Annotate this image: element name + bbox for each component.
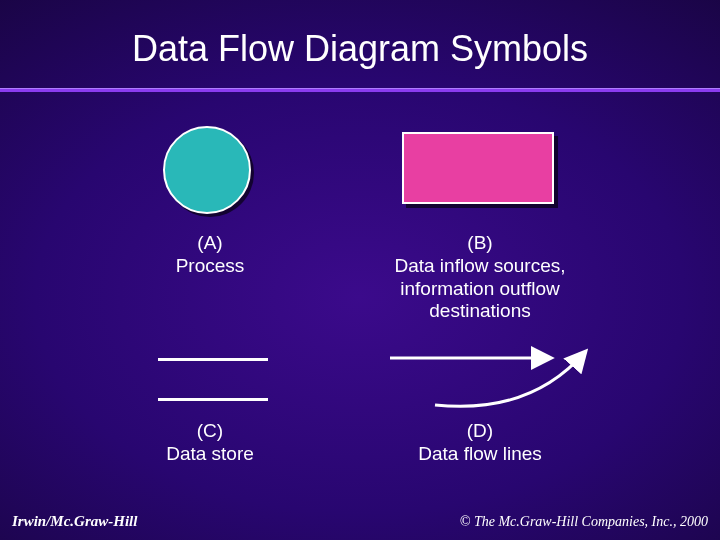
slide: Data Flow Diagram Symbols (A) Process (B… <box>0 0 720 540</box>
label-process: (A) Process <box>90 232 330 278</box>
label-data-store: (C) Data store <box>90 420 330 466</box>
label-b-text: Data inflow sources, information outflow… <box>360 255 600 323</box>
flow-line-curved <box>435 352 585 406</box>
data-store-symbol-line-top <box>158 358 268 361</box>
label-c-text: Data store <box>90 443 330 466</box>
data-store-symbol-line-bottom <box>158 398 268 401</box>
label-flow-lines: (D) Data flow lines <box>360 420 600 466</box>
label-d-text: Data flow lines <box>360 443 600 466</box>
label-c-tag: (C) <box>90 420 330 443</box>
label-a-tag: (A) <box>90 232 330 255</box>
footer-right: © The Mc.Graw-Hill Companies, Inc., 2000 <box>460 514 708 530</box>
label-source-sink: (B) Data inflow sources, information out… <box>360 232 600 323</box>
source-sink-symbol-rect <box>402 132 554 204</box>
data-flow-lines-symbol <box>380 340 610 420</box>
label-d-tag: (D) <box>360 420 600 443</box>
footer-left: Irwin/Mc.Graw-Hill <box>12 513 137 530</box>
title-rule <box>0 88 720 92</box>
process-symbol-circle <box>163 126 251 214</box>
label-b-tag: (B) <box>360 232 600 255</box>
label-a-text: Process <box>90 255 330 278</box>
page-title: Data Flow Diagram Symbols <box>0 28 720 70</box>
